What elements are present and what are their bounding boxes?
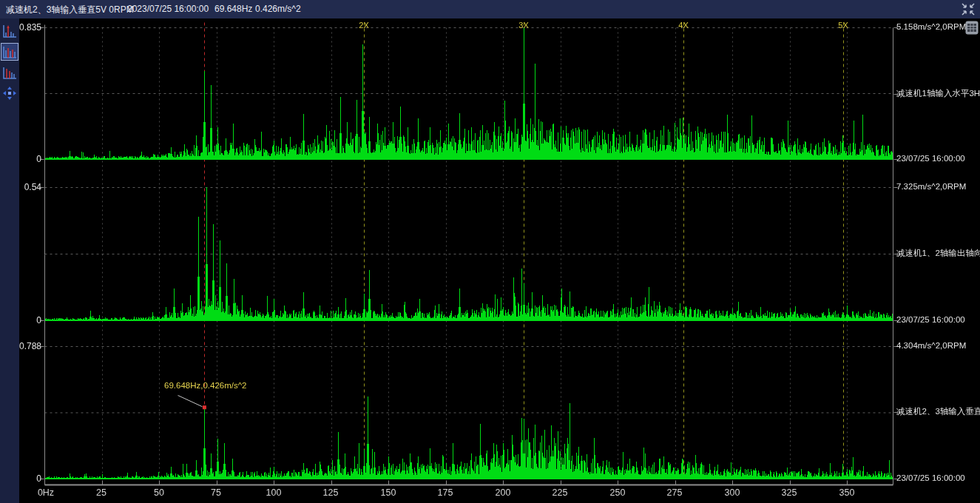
chart1-datetime-label: 23/07/25 16:00:00 [896, 154, 965, 163]
x-tick-label: 350 [825, 487, 869, 498]
header-channel-title: 减速机2、3轴输入垂直5V 0RPM [6, 4, 134, 16]
x-tick-label: 300 [710, 487, 754, 498]
chart3-ymax-label: 0.788 [12, 341, 41, 351]
x-tick-label: 50 [137, 487, 181, 498]
stacked-spectrum-icon [1, 64, 18, 81]
x-tick-label: 225 [538, 487, 582, 498]
header-datetime: 2023/07/25 16:00:00 [127, 4, 209, 14]
tool-pan[interactable] [1, 84, 18, 102]
multi-spectrum-icon [1, 44, 18, 60]
chart2-ymax-label: 0.54 [12, 182, 41, 192]
chart1-yzero-label: 0 [12, 154, 41, 164]
spectrum-plot-canvas[interactable] [19, 18, 980, 503]
chart3-overall-label: 4.304m/s^2,0RPM [896, 341, 966, 351]
chart1-overall-label: 5.158m/s^2,0RPM [896, 22, 966, 32]
x-tick-label: 150 [366, 487, 410, 498]
chart3-channel-label: 减速机2、3轴输入垂直5V [896, 407, 980, 416]
x-tick-label: 100 [251, 487, 296, 498]
tool-sidebar [0, 18, 19, 503]
x-tick-label: 75 [194, 487, 238, 498]
header-cursor-frequency: 69.648Hz [214, 4, 252, 14]
chart3-yzero-label: 0 [12, 473, 41, 484]
app-window: 减速机2、3轴输入垂直5V 0RPM 2023/07/25 16:00:00 6… [0, 0, 980, 503]
cursor-annotation: 69.648Hz,0.426m/s^2 [164, 381, 247, 390]
chart1-ymax-label: 0.835 [12, 22, 41, 33]
collapse-window-button[interactable] [960, 1, 976, 17]
chart2-channel-label: 减速机1、2轴输出轴向4A [896, 249, 980, 258]
x-tick-label: 325 [767, 487, 811, 498]
header-bar: 减速机2、3轴输入垂直5V 0RPM 2023/07/25 16:00:00 6… [0, 0, 980, 18]
data-table-button[interactable] [965, 21, 979, 35]
chart2-datetime-label: 23/07/25 16:00:00 [896, 315, 965, 325]
chart3-datetime-label: 23/07/25 16:00:00 [896, 473, 965, 483]
tool-stacked-spectrum[interactable] [1, 64, 18, 81]
x-tick-label: 200 [481, 487, 525, 498]
tool-multi-spectrum[interactable] [1, 43, 18, 61]
x-tick-label: 25 [79, 487, 124, 498]
x-tick-label: 0Hz [24, 487, 68, 498]
harmonic-2x-label: 2X [355, 21, 373, 30]
harmonic-3x-label: 3X [515, 21, 533, 30]
x-tick-label: 125 [308, 487, 353, 498]
compress-arrows-icon [960, 1, 976, 17]
data-table-icon [965, 21, 979, 35]
x-tick-label: 175 [423, 487, 467, 498]
chart1-channel-label: 减速机1轴输入水平3H [896, 89, 980, 98]
header-cursor-amplitude: 0.426m/s^2 [255, 4, 301, 14]
chart2-overall-label: 7.325m/s^2,0RPM [896, 182, 966, 192]
x-tick-label: 275 [652, 487, 697, 498]
harmonic-4x-label: 4X [675, 21, 692, 30]
harmonic-5x-label: 5X [834, 21, 852, 30]
pan-move-icon [2, 86, 17, 101]
x-tick-label: 250 [595, 487, 640, 498]
chart2-yzero-label: 0 [12, 315, 41, 325]
